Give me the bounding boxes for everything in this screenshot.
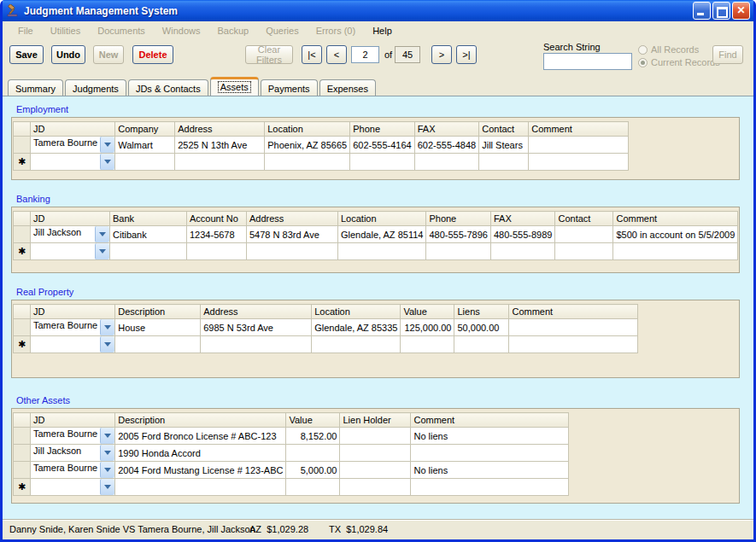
grid-cell-fax[interactable]: [414, 154, 479, 171]
grid-cell-comment[interactable]: [509, 319, 638, 336]
grid-cell-value[interactable]: 125,000.00: [401, 319, 454, 336]
column-header-fax[interactable]: FAX: [490, 212, 555, 226]
column-header-contact[interactable]: Contact: [479, 122, 529, 137]
title-bar[interactable]: Judgment Management System: [3, 0, 753, 21]
new-row-selector[interactable]: ✱: [14, 154, 31, 171]
undo-button[interactable]: Undo: [51, 45, 85, 64]
jd-combobox[interactable]: Jill Jackson: [31, 226, 110, 243]
dropdown-button[interactable]: [100, 336, 114, 353]
record-number-input[interactable]: [351, 46, 379, 63]
grid-cell-liens[interactable]: 50,000.00: [454, 319, 509, 336]
grid-cell-contact[interactable]: [555, 243, 613, 260]
grid-cell-description[interactable]: 2004 Ford Mustang License # 123-ABC: [115, 462, 286, 479]
column-header-jd[interactable]: JD: [31, 212, 110, 226]
grid-cell-company[interactable]: [115, 154, 175, 171]
tab-summary[interactable]: Summary: [8, 79, 63, 96]
column-header-location[interactable]: Location: [312, 305, 401, 319]
nav-last-button[interactable]: >|: [456, 45, 477, 64]
grid-cell-comment[interactable]: [411, 445, 569, 462]
column-header-contact[interactable]: Contact: [555, 212, 613, 226]
dropdown-button[interactable]: [100, 479, 114, 495]
grid-cell-location[interactable]: Glendale, AZ 85114: [338, 226, 426, 243]
grid-cell-address[interactable]: [175, 154, 265, 171]
column-header-location[interactable]: Location: [338, 212, 426, 226]
column-header-fax[interactable]: FAX: [414, 122, 479, 137]
grid-cell-phone[interactable]: 602-555-4164: [350, 137, 415, 154]
menu-item-windows[interactable]: Windows: [154, 21, 209, 40]
grid-cell-location[interactable]: [338, 243, 426, 260]
column-header-comment[interactable]: Comment: [529, 122, 629, 137]
nav-first-button[interactable]: |<: [302, 45, 322, 64]
grid-cell-value[interactable]: [286, 445, 340, 462]
column-header-account-no[interactable]: Account No: [187, 212, 247, 226]
column-header-liens[interactable]: Liens: [454, 305, 509, 319]
grid-cell-fax[interactable]: 480-555-8989: [490, 226, 555, 243]
grid-cell-fax[interactable]: [490, 243, 555, 260]
tab-jds-contacts[interactable]: JDs & Contacts: [128, 79, 208, 96]
column-header-comment[interactable]: Comment: [411, 413, 569, 428]
menu-item-utilities[interactable]: Utilities: [42, 21, 89, 40]
grid-cell-comment[interactable]: No liens: [411, 462, 569, 479]
delete-button[interactable]: Delete: [132, 45, 173, 64]
new-button[interactable]: New: [93, 45, 124, 64]
grid-cell-comment[interactable]: [509, 336, 638, 353]
dropdown-button[interactable]: [95, 226, 109, 242]
column-header-jd[interactable]: JD: [31, 413, 115, 428]
grid-cell-comment[interactable]: [411, 479, 569, 496]
clear-filters-button[interactable]: Clear Filters: [245, 45, 293, 64]
grid-cell-address[interactable]: [247, 243, 338, 260]
grid-cell-description[interactable]: House: [115, 319, 201, 336]
column-header-location[interactable]: Location: [265, 122, 350, 137]
column-header-value[interactable]: Value: [401, 305, 454, 319]
dropdown-button[interactable]: [100, 428, 114, 444]
tab-assets[interactable]: Assets: [210, 77, 259, 96]
radio-all-records[interactable]: All Records: [638, 44, 699, 55]
dropdown-button[interactable]: [100, 462, 114, 478]
maximize-button[interactable]: [712, 2, 730, 20]
nav-next-button[interactable]: >: [431, 45, 452, 64]
jd-combobox[interactable]: [31, 154, 115, 171]
grid-cell-value[interactable]: 8,152.00: [286, 428, 340, 445]
grid-cell-contact[interactable]: [479, 154, 529, 171]
row-selector[interactable]: [14, 319, 31, 336]
grid-cell-description[interactable]: 1990 Honda Accord: [115, 445, 286, 462]
column-header-address[interactable]: Address: [175, 122, 265, 137]
column-header-value[interactable]: Value: [286, 413, 340, 428]
column-header-phone[interactable]: Phone: [350, 122, 415, 137]
grid-cell-location[interactable]: [265, 154, 350, 171]
column-header-address[interactable]: Address: [247, 212, 338, 226]
grid-cell-value[interactable]: 5,000.00: [286, 462, 340, 479]
jd-combobox[interactable]: Jill Jackson: [31, 445, 115, 462]
grid-cell-description[interactable]: [115, 336, 201, 353]
grid-cell-contact[interactable]: [555, 226, 613, 243]
grid-cell-phone[interactable]: [350, 154, 415, 171]
menu-item-errors-0[interactable]: Errors (0): [308, 21, 364, 40]
jd-combobox[interactable]: Tamera Bourne: [31, 319, 115, 336]
find-button[interactable]: Find: [712, 45, 743, 64]
jd-combobox[interactable]: [31, 336, 115, 353]
jd-combobox[interactable]: Tamera Bourne: [31, 462, 115, 479]
grid-cell-address[interactable]: 2525 N 13th Ave: [175, 137, 265, 154]
grid-cell-comment[interactable]: $500 in account on 5/5/2009: [613, 226, 738, 243]
grid-cell-lien-holder[interactable]: [340, 479, 411, 496]
tab-judgments[interactable]: Judgments: [65, 79, 126, 96]
column-header-jd[interactable]: JD: [31, 305, 115, 319]
dropdown-button[interactable]: [100, 154, 114, 170]
new-row-selector[interactable]: ✱: [14, 479, 31, 496]
column-header-company[interactable]: Company: [115, 122, 175, 137]
radio-current-records[interactable]: Current Records: [638, 57, 720, 67]
row-selector[interactable]: [14, 428, 31, 445]
column-header-lien-holder[interactable]: Lien Holder: [340, 413, 411, 428]
column-header-address[interactable]: Address: [201, 305, 312, 319]
grid-cell-lien-holder[interactable]: [340, 462, 411, 479]
grid-cell-description[interactable]: [115, 479, 286, 496]
search-input[interactable]: [543, 53, 632, 70]
column-header-comment[interactable]: Comment: [613, 212, 738, 226]
grid-cell-address[interactable]: 6985 N 53rd Ave: [201, 319, 312, 336]
menu-item-file[interactable]: File: [9, 21, 42, 40]
grid-cell-comment[interactable]: No liens: [411, 428, 569, 445]
row-selector[interactable]: [14, 445, 31, 462]
dropdown-button[interactable]: [100, 137, 114, 153]
grid-cell-description[interactable]: 2005 Ford Bronco License # ABC-123: [115, 428, 286, 445]
grid-cell-location[interactable]: Glendale, AZ 85335: [312, 319, 401, 336]
